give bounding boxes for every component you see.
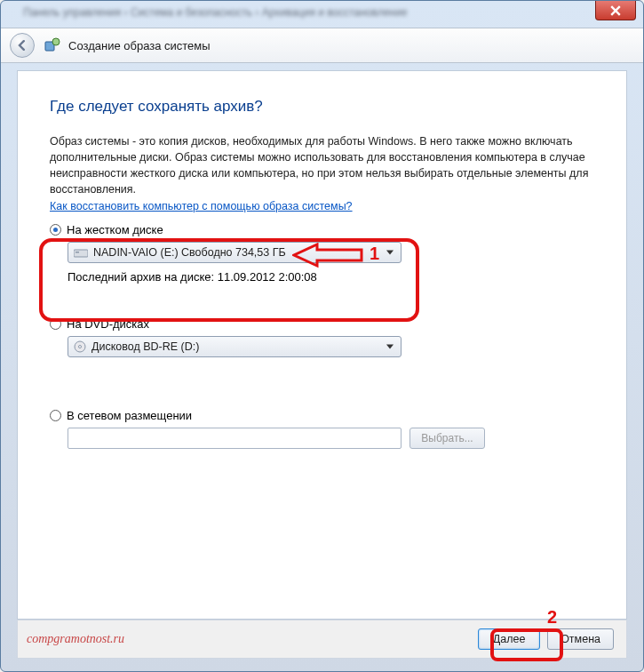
- arrow-left-icon: [17, 40, 28, 51]
- system-image-icon: [44, 36, 61, 54]
- next-button[interactable]: Далее: [478, 628, 540, 650]
- harddisk-dropdown[interactable]: NADIN-VAIO (E:) Свободно 734,53 ГБ: [68, 242, 402, 263]
- svg-point-5: [79, 345, 82, 348]
- wizard-header: Создание образа системы: [1, 28, 643, 63]
- radio-harddisk-label: На жестком диске: [67, 223, 163, 236]
- watermark: compgramotnost.ru: [27, 632, 124, 646]
- content-area: Где следует сохранять архив? Образ систе…: [18, 71, 626, 458]
- browse-button[interactable]: Выбрать...: [409, 428, 484, 449]
- drive-icon: [74, 247, 88, 258]
- close-icon: [610, 5, 621, 16]
- wizard-window: Панель управления › Система и безопаснос…: [0, 0, 644, 672]
- option-harddisk: На жестком диске NADIN-VAIO (E:) Свободн…: [50, 223, 594, 284]
- page-heading: Где следует сохранять архив?: [50, 98, 594, 116]
- wizard-title: Создание образа системы: [68, 39, 211, 52]
- option-dvd: На DVD-дисках Дисковод BD-RE (D:): [50, 317, 594, 357]
- radio-harddisk[interactable]: [50, 224, 61, 236]
- radio-dvd-label: На DVD-дисках: [67, 317, 149, 331]
- footer-bar: compgramotnost.ru Далее Отмена: [17, 620, 627, 659]
- help-link[interactable]: Как восстановить компьютер с помощью обр…: [50, 200, 353, 212]
- cancel-button[interactable]: Отмена: [547, 628, 614, 650]
- radio-dvd[interactable]: [50, 318, 61, 330]
- close-button[interactable]: [595, 1, 636, 20]
- network-path-input[interactable]: [68, 428, 402, 449]
- svg-rect-2: [74, 250, 88, 257]
- inner-panel: Где следует сохранять архив? Образ систе…: [17, 70, 627, 620]
- dvd-dropdown-text: Дисковод BD-RE (D:): [91, 340, 199, 353]
- breadcrumb: Панель управления › Система и безопаснос…: [23, 6, 512, 22]
- last-archive-label: Последний архив на диске:: [68, 270, 214, 284]
- dvd-dropdown[interactable]: Дисковод BD-RE (D:): [68, 336, 402, 357]
- svg-point-1: [52, 38, 60, 45]
- radio-harddisk-row[interactable]: На жестком диске: [50, 223, 594, 236]
- chevron-down-icon: [386, 344, 394, 348]
- last-archive-line: Последний архив на диске: 11.09.2012 2:0…: [68, 270, 594, 284]
- svg-rect-3: [76, 252, 79, 253]
- radio-network-row[interactable]: В сетевом размещении: [50, 409, 594, 422]
- titlebar: Панель управления › Система и безопаснос…: [1, 1, 643, 28]
- chevron-down-icon: [386, 250, 394, 254]
- last-archive-value: 11.09.2012 2:00:08: [218, 270, 317, 284]
- disc-icon: [74, 340, 86, 353]
- description-text: Образ системы - это копия дисков, необхо…: [50, 133, 594, 198]
- radio-network-label: В сетевом размещении: [67, 409, 192, 422]
- option-network: В сетевом размещении Выбрать...: [50, 409, 594, 449]
- back-button[interactable]: [10, 33, 35, 58]
- radio-dvd-row[interactable]: На DVD-дисках: [50, 317, 594, 331]
- harddisk-dropdown-text: NADIN-VAIO (E:) Свободно 734,53 ГБ: [93, 246, 286, 259]
- network-path-row: Выбрать...: [50, 428, 594, 449]
- radio-network[interactable]: [50, 410, 61, 421]
